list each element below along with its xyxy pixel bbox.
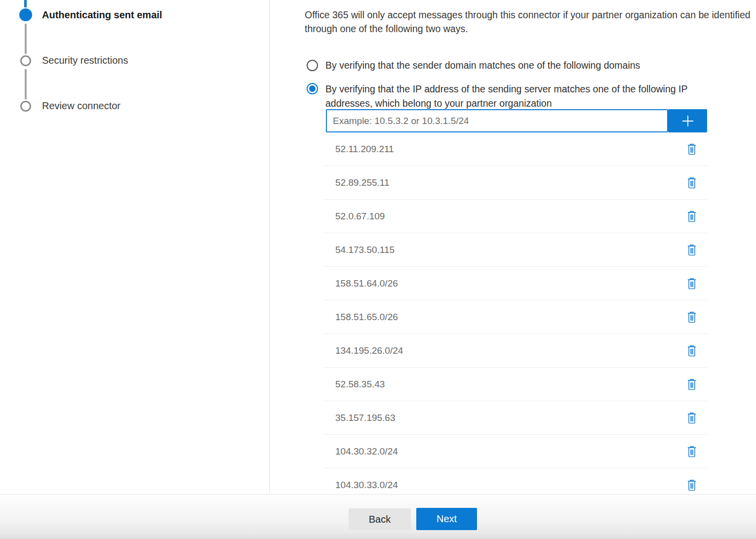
ip-address-value: 35.157.195.63 [335,413,396,423]
trash-icon [686,378,698,391]
option-verify-sender-domain[interactable]: By verifying that the sender domain matc… [307,58,640,73]
ip-list-item: 52.0.67.109 [324,200,707,233]
delete-ip-button[interactable] [685,343,699,358]
wizard-stepper: Authenticating sent email Security restr… [0,0,269,494]
ip-list-item: 104.30.32.0/24 [324,435,707,468]
ip-address-value: 158.51.65.0/26 [335,312,398,323]
ip-list-item: 134.195.26.0/24 [324,334,707,368]
stepper-connector-line [25,24,27,54]
step-pending-dot [20,101,31,112]
trash-icon [686,176,698,189]
ip-address-value: 134.195.26.0/24 [335,345,403,356]
step-authenticating-sent-email[interactable]: Authenticating sent email [42,9,162,21]
back-button[interactable]: Back [349,508,411,530]
trash-icon [686,244,698,256]
ip-address-value: 52.11.209.211 [335,144,394,155]
trash-icon [686,412,698,424]
stepper-connector-line [25,69,27,99]
ip-address-list: 52.11.209.211 52.89.255.11 52.0.67.109 [324,132,707,494]
delete-ip-button[interactable] [685,276,699,291]
step-review-connector[interactable]: Review connector [42,100,120,112]
trash-icon [686,277,698,290]
ip-list-item: 52.11.209.211 [324,132,707,166]
trash-icon [686,143,698,156]
delete-ip-button[interactable] [685,478,699,493]
option-label: By verifying that the IP address of the … [325,82,736,111]
ip-address-value: 54.173.50.115 [335,245,395,255]
ip-list-item: 52.89.255.11 [324,166,707,200]
radio-button[interactable] [307,60,318,71]
trash-icon [686,479,698,492]
ip-list-item: 104.30.33.0/24 [324,468,707,494]
next-button[interactable]: Next [416,508,477,530]
trash-icon [686,311,698,324]
delete-ip-button[interactable] [685,175,699,190]
delete-ip-button[interactable] [685,444,699,459]
step-active-dot [19,8,32,21]
trash-icon [686,210,698,223]
ip-list-item: 158.51.65.0/26 [324,300,707,334]
ip-address-value: 158.51.64.0/26 [335,278,398,289]
stepper-connector-line [24,0,27,7]
radio-button[interactable] [307,83,318,94]
ip-address-value: 52.0.67.109 [335,211,385,222]
delete-ip-button[interactable] [685,142,699,157]
option-verify-ip-address[interactable]: By verifying that the IP address of the … [307,82,736,111]
ip-address-input[interactable] [326,109,668,132]
ip-list-item: 158.51.64.0/26 [324,267,707,300]
ip-list-item: 54.173.50.115 [324,233,707,267]
trash-icon [686,445,698,458]
ip-list-item: 52.58.35.43 [324,368,707,401]
delete-ip-button[interactable] [685,411,699,425]
delete-ip-button[interactable] [685,310,699,325]
ip-list-item: 35.157.195.63 [324,401,707,435]
plus-icon [680,113,696,129]
pane-divider [269,0,270,494]
delete-ip-button[interactable] [685,377,699,392]
wizard-footer: Back Next [0,494,756,539]
step-security-restrictions[interactable]: Security restrictions [42,55,128,66]
delete-ip-button[interactable] [685,209,699,224]
option-label: By verifying that the sender domain matc… [325,58,640,73]
page-description: Office 365 will only accept messages thr… [305,8,756,36]
step-pending-dot [20,55,31,66]
ip-address-value: 104.30.32.0/24 [335,446,398,457]
delete-ip-button[interactable] [685,243,699,257]
trash-icon [686,344,698,357]
ip-address-value: 52.89.255.11 [335,177,390,188]
ip-address-value: 52.58.35.43 [335,379,385,390]
add-ip-button[interactable] [668,109,707,132]
ip-address-value: 104.30.33.0/24 [335,480,398,491]
